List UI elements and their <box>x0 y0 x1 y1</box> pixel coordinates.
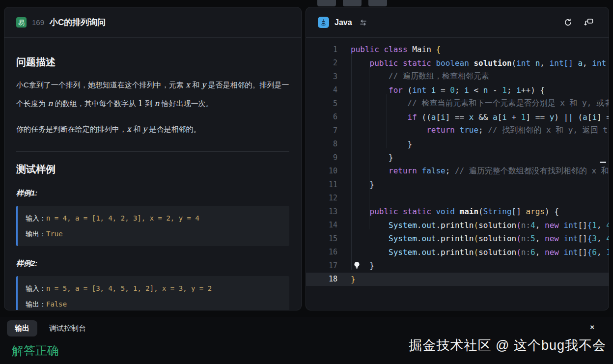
editor-header: Java <box>306 7 609 38</box>
line-number[interactable]: 18 <box>306 275 337 283</box>
line-number[interactable]: 12 <box>306 194 337 202</box>
samples-list: 样例1:输入：n = 4, a = [1, 4, 2, 3], x = 2, y… <box>16 189 289 310</box>
sample-label: 样例2: <box>16 259 289 268</box>
math-symbol: n <box>48 99 53 108</box>
code-area[interactable]: 1public class Main {2 public static bool… <box>306 38 609 286</box>
code-line[interactable]: 9 } <box>306 151 609 165</box>
description-text: 是否是相邻的。 <box>147 125 200 133</box>
code-text: return false; // 遍历完整个数组都没有找到相邻的 x 和 y <box>351 166 609 176</box>
code-text: } <box>351 140 412 149</box>
io-value: False <box>46 300 67 308</box>
watermark: 掘金技术社区 @ 这个bug我不会 <box>409 336 606 354</box>
tab-debug-console[interactable]: 调试控制台 <box>49 324 86 333</box>
line-number[interactable]: 7 <box>306 126 337 135</box>
top-mini-tab-2[interactable] <box>343 0 362 6</box>
io-value: True <box>46 230 63 238</box>
code-text: System.out.println(solution(n:5, new int… <box>351 234 609 243</box>
code-text: public static void main(String[] args) { <box>351 207 559 216</box>
sample-row: 输入：n = 5, a = [3, 4, 5, 1, 2], x = 3, y … <box>26 280 281 296</box>
tab-output[interactable]: 输出 <box>7 320 37 336</box>
description-text: 到 <box>143 99 154 108</box>
io-value: n = 4, a = [1, 4, 2, 3], x = 2, y = 4 <box>46 214 199 222</box>
description-text: 恰好出现一次。 <box>160 99 213 108</box>
line-number[interactable]: 13 <box>306 207 337 216</box>
section-title-description: 问题描述 <box>16 56 289 69</box>
problem-header: 易 169 小C的排列询问 <box>4 7 301 38</box>
code-text: public class Main { <box>351 45 441 54</box>
code-line[interactable]: 16 System.out.println(solution(n:6, new … <box>306 246 609 259</box>
code-line[interactable]: 1public class Main { <box>306 43 609 56</box>
section-title-samples: 测试样例 <box>16 163 289 176</box>
code-line[interactable]: 17 } <box>306 259 609 273</box>
line-number[interactable]: 16 <box>306 248 337 256</box>
code-line[interactable]: 11 } <box>306 178 609 192</box>
line-number[interactable]: 3 <box>306 72 337 81</box>
math-symbol: x <box>127 124 131 134</box>
description-text: 你的任务是判断在给定的排列中， <box>16 125 127 133</box>
line-number[interactable]: 6 <box>306 112 337 121</box>
code-line[interactable]: 4 for (int i = 0; i < n - 1; i++) { <box>306 84 609 97</box>
close-icon[interactable]: × <box>590 323 594 331</box>
code-text: System.out.println(solution(n:4, new int… <box>351 221 609 230</box>
code-editor-panel: Java <box>306 7 609 310</box>
top-mini-tab-3[interactable] <box>368 0 387 6</box>
code-text: for (int i = 0; i < n - 1; i++) { <box>351 85 545 95</box>
math-symbol: 1 <box>138 99 143 108</box>
line-number[interactable]: 2 <box>306 58 337 67</box>
code-line[interactable]: 7 return true; // 找到相邻的 x 和 y, 返回 true <box>306 124 609 138</box>
lightbulb-icon[interactable] <box>353 261 361 272</box>
math-symbol: n <box>154 99 159 108</box>
code-text: } <box>351 275 356 284</box>
scrollbar-marker[interactable] <box>600 162 606 163</box>
java-logo-icon <box>318 17 329 28</box>
divider <box>16 151 289 152</box>
code-line[interactable]: 5 // 检查当前元素和下一个元素是否分别是 x 和 y, 或者分别是 y 和 … <box>306 97 609 111</box>
problem-content: 问题描述 小C拿到了一个排列，她想知道在这个排列中，元素 x 和 y 是否是相邻… <box>4 38 301 310</box>
line-number[interactable]: 9 <box>306 153 337 162</box>
refresh-icon[interactable] <box>563 18 573 27</box>
problem-title: 小C的排列询问 <box>50 17 106 28</box>
code-lines: 1public class Main {2 public static bool… <box>306 43 609 286</box>
line-number[interactable]: 15 <box>306 234 337 243</box>
code-text: } <box>351 180 374 189</box>
difficulty-badge: 易 <box>16 17 27 28</box>
code-line[interactable]: 12 <box>306 192 609 205</box>
top-mini-tab-1[interactable] <box>317 0 336 6</box>
sample-row: 输入：n = 4, a = [1, 4, 2, 3], x = 2, y = 4 <box>26 210 281 226</box>
code-text: } <box>351 153 393 162</box>
code-text: // 检查当前元素和下一个元素是否分别是 x 和 y, 或者分别是 y 和 x <box>351 98 609 109</box>
sample-label: 样例1: <box>16 189 289 198</box>
code-line[interactable]: 8 } <box>306 138 609 151</box>
line-number[interactable]: 17 <box>306 261 337 270</box>
code-text: public static boolean solution(int n, in… <box>351 58 609 68</box>
line-number[interactable]: 5 <box>306 99 337 108</box>
line-number[interactable]: 8 <box>306 140 337 148</box>
code-line[interactable]: 6 if ((a[i] == x && a[i + 1] == y) || (a… <box>306 111 609 124</box>
sample-block: 输入：n = 4, a = [1, 4, 2, 3], x = 2, y = 4… <box>16 206 289 246</box>
sample-block: 输入：n = 5, a = [3, 4, 5, 1, 2], x = 3, y … <box>16 276 289 310</box>
line-number[interactable]: 11 <box>306 180 337 189</box>
swap-arrows-icon[interactable] <box>359 19 367 26</box>
line-number[interactable]: 4 <box>306 85 337 94</box>
description-text: 小C拿到了一个排列，她想知道在这个排列中，元素 <box>16 81 186 89</box>
format-code-icon[interactable] <box>584 18 594 27</box>
description-paragraph: 你的任务是判断在给定的排列中，x 和 y 是否是相邻的。 <box>16 120 289 139</box>
code-line[interactable]: 14 System.out.println(solution(n:4, new … <box>306 219 609 232</box>
math-symbol: x <box>186 80 190 89</box>
code-text: System.out.println(solution(n:6, new int… <box>351 248 609 257</box>
problem-id: 169 <box>32 18 44 27</box>
line-number[interactable]: 10 <box>306 167 337 175</box>
line-number[interactable]: 14 <box>306 221 337 229</box>
line-number[interactable]: 1 <box>306 45 337 54</box>
sample-row: 输出：False <box>26 296 281 310</box>
code-line[interactable]: 3 // 遍历数组，检查相邻元素 <box>306 70 609 84</box>
console-panel: 输出 调试控制台 × 解答正确 掘金技术社区 @ 这个bug我不会 <box>0 317 613 364</box>
code-text: if ((a[i] == x && a[i + 1] == y) || (a[i… <box>351 112 609 122</box>
code-line[interactable]: 15 System.out.println(solution(n:5, new … <box>306 232 609 246</box>
code-line[interactable]: 2 public static boolean solution(int n, … <box>306 56 609 70</box>
code-line[interactable]: 10 return false; // 遍历完整个数组都没有找到相邻的 x 和 … <box>306 165 609 178</box>
io-label: 输出： <box>26 230 46 238</box>
code-line[interactable]: 13 public static void main(String[] args… <box>306 205 609 219</box>
problem-description: 小C拿到了一个排列，她想知道在这个排列中，元素 x 和 y 是否是相邻的。排列是… <box>16 76 289 139</box>
code-line[interactable]: 18} <box>306 273 609 286</box>
